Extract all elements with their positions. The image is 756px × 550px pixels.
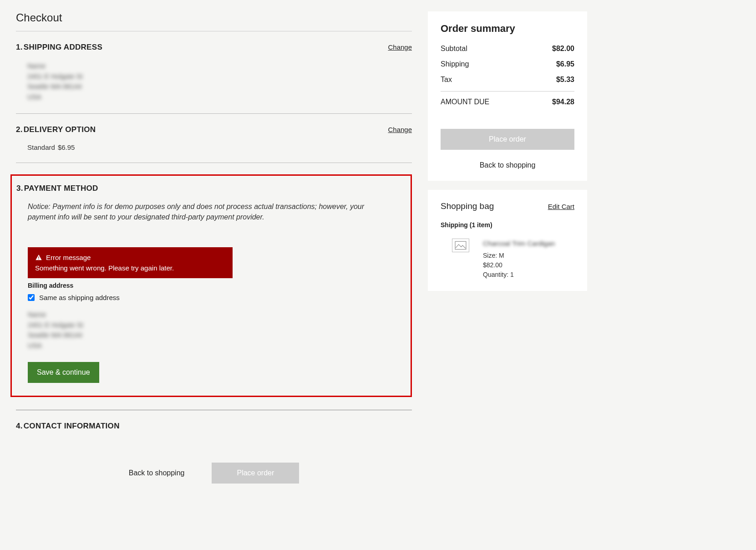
order-summary-card: Order summary Subtotal$82.00 Shipping$6.… <box>428 11 587 181</box>
edit-cart-link[interactable]: Edit Cart <box>548 203 574 210</box>
shopping-bag-card: Shopping bag Edit Cart Shipping (1 item)… <box>428 190 587 291</box>
back-to-shopping-side[interactable]: Back to shopping <box>441 161 574 169</box>
shopping-bag-title: Shopping bag <box>441 201 494 211</box>
svg-rect-2 <box>455 241 466 249</box>
svg-rect-0 <box>38 256 39 258</box>
delivery-method: Standard$6.95 <box>27 143 412 151</box>
payment-notice: Notice: Payment info is for demo purpose… <box>28 201 383 222</box>
image-placeholder-icon <box>455 241 467 250</box>
item-thumbnail <box>452 239 469 252</box>
change-delivery-link[interactable]: Change <box>388 126 412 133</box>
summary-total-row: AMOUNT DUE$94.28 <box>441 98 574 106</box>
error-title: Error message <box>46 254 91 261</box>
same-as-shipping-row[interactable]: Same as shipping address <box>28 294 398 301</box>
payment-divider <box>16 410 412 410</box>
section-contact: 4.CONTACT INFORMATION <box>16 422 412 451</box>
item-qty: Quantity: 1 <box>483 270 555 280</box>
warning-icon <box>35 254 42 261</box>
summary-divider <box>441 91 574 92</box>
section-payment: 3.PAYMENT METHOD Notice: Payment info is… <box>10 174 412 397</box>
svg-rect-1 <box>38 259 39 259</box>
contact-title: 4.CONTACT INFORMATION <box>16 422 120 431</box>
bottom-actions: Back to shopping Place order <box>16 463 412 484</box>
billing-address-label: Billing address <box>28 282 398 289</box>
item-name: Charcoal Trim Cardigan <box>483 239 555 249</box>
item-size: Size: M <box>483 251 555 260</box>
place-order-button-bottom[interactable]: Place order <box>212 463 299 484</box>
save-continue-button[interactable]: Save & continue <box>28 362 99 383</box>
billing-address-block: Name 2451 E Holgate St Seattle WA 98144 … <box>28 310 398 351</box>
shipping-title: 1.SHIPPING ADDRESS <box>16 43 102 52</box>
title-divider <box>16 31 412 31</box>
change-shipping-link[interactable]: Change <box>388 43 412 51</box>
delivery-title: 2.DELIVERY OPTION <box>16 125 96 134</box>
payment-title: 3.PAYMENT METHOD <box>16 184 98 193</box>
bag-item: Charcoal Trim Cardigan Size: M $82.00 Qu… <box>441 239 574 280</box>
item-price: $82.00 <box>483 260 555 270</box>
section-shipping: 1.SHIPPING ADDRESS Change Name 2451 E Ho… <box>16 43 412 114</box>
back-to-shopping-link[interactable]: Back to shopping <box>129 469 185 477</box>
section-delivery: 2.DELIVERY OPTION Change Standard$6.95 <box>16 125 412 163</box>
same-as-shipping-label: Same as shipping address <box>39 294 120 301</box>
error-detail: Something went wrong. Please try again l… <box>35 264 225 272</box>
summary-tax-row: Tax$5.33 <box>441 76 574 84</box>
order-summary-title: Order summary <box>441 23 574 35</box>
summary-shipping-row: Shipping$6.95 <box>441 60 574 68</box>
page-title: Checkout <box>16 11 412 24</box>
payment-error-box: Error message Something went wrong. Plea… <box>28 247 233 278</box>
same-as-shipping-checkbox[interactable] <box>28 294 35 301</box>
summary-subtotal-row: Subtotal$82.00 <box>441 45 574 53</box>
bag-shipping-line: Shipping (1 item) <box>441 221 574 229</box>
place-order-button-side[interactable]: Place order <box>441 129 574 150</box>
shipping-address-block: Name 2451 E Holgate St Seattle WA 98144 … <box>27 61 412 102</box>
